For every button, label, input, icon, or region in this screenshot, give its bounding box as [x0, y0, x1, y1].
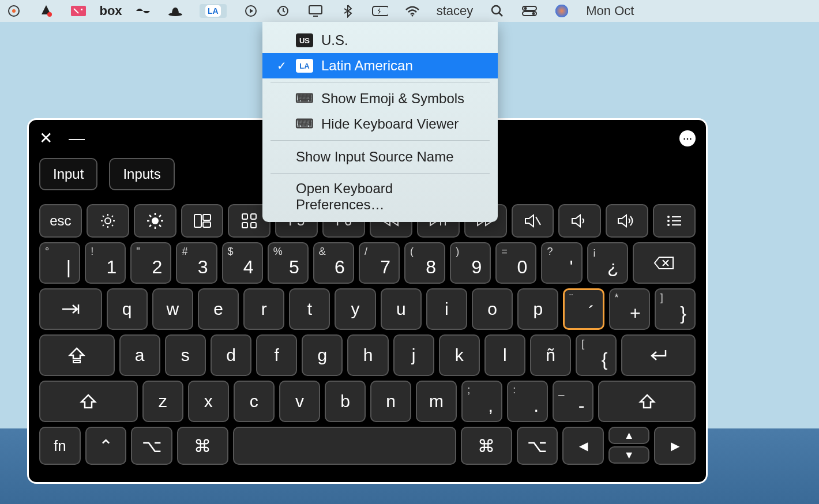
key-f[interactable]: f: [256, 334, 297, 376]
key-command-right[interactable]: ⌘: [461, 427, 512, 465]
key-list[interactable]: [653, 204, 696, 238]
key-dash[interactable]: _-: [553, 381, 593, 422]
key-brightness-up[interactable]: [134, 204, 176, 238]
menubar-app-icon-2[interactable]: [38, 3, 54, 19]
key-q[interactable]: q: [107, 288, 148, 330]
menubar-app-icon-3[interactable]: [70, 3, 87, 19]
key-volume-down[interactable]: [558, 204, 601, 238]
key-shift-left[interactable]: [39, 381, 138, 422]
show-input-source-name[interactable]: Show Input Source Name: [262, 144, 498, 170]
key-3[interactable]: #3: [176, 242, 217, 284]
key-s[interactable]: s: [165, 334, 206, 376]
key-a[interactable]: a: [119, 334, 160, 376]
key-5[interactable]: %5: [268, 242, 309, 284]
menubar-bluetooth-icon[interactable]: [340, 3, 356, 19]
key-'[interactable]: ?': [541, 242, 582, 284]
key-command-left[interactable]: ⌘: [177, 427, 228, 465]
key-6[interactable]: &6: [313, 242, 354, 284]
key-0[interactable]: =0: [495, 242, 536, 284]
menubar-wifi-icon[interactable]: [404, 3, 420, 19]
key-plus[interactable]: *+: [609, 288, 650, 330]
key-arrow-left[interactable]: ◀: [562, 427, 604, 465]
key-w[interactable]: w: [152, 288, 193, 330]
open-keyboard-preferences[interactable]: Open Keyboard Preferences…: [262, 177, 498, 216]
key-r[interactable]: r: [243, 288, 284, 330]
key-g[interactable]: g: [302, 334, 343, 376]
key-spacebar[interactable]: [233, 427, 456, 465]
key-comma[interactable]: ;,: [461, 381, 502, 422]
key-z[interactable]: z: [142, 381, 183, 422]
key-¿[interactable]: ¡¿: [587, 242, 628, 284]
menubar-play-icon[interactable]: [243, 3, 259, 19]
key-shift-right[interactable]: [598, 381, 696, 422]
key-arrow-right[interactable]: ▶: [654, 427, 696, 465]
key-i[interactable]: i: [426, 288, 467, 330]
key-tab[interactable]: [39, 288, 102, 330]
key-period[interactable]: :.: [507, 381, 548, 422]
key-fn[interactable]: fn: [39, 427, 81, 465]
key-b[interactable]: b: [325, 381, 366, 422]
key-p[interactable]: p: [517, 288, 558, 330]
key-m[interactable]: m: [416, 381, 457, 422]
key-option-right[interactable]: ⌥: [517, 427, 558, 465]
close-icon[interactable]: ✕: [39, 130, 52, 146]
key-accent[interactable]: ¨´: [563, 288, 604, 330]
key-v[interactable]: v: [279, 381, 320, 422]
key-y[interactable]: y: [335, 288, 375, 330]
input-source-latin-american[interactable]: ✓ LA Latin American: [262, 53, 498, 78]
key-mission-control[interactable]: [181, 204, 224, 238]
menubar-spotlight-icon[interactable]: [489, 3, 505, 19]
show-emoji-symbols[interactable]: ⌨ Show Emoji & Symbols: [262, 86, 498, 111]
key-t[interactable]: t: [289, 288, 330, 330]
key-return[interactable]: [621, 334, 696, 376]
menubar-app-icon-5[interactable]: [135, 3, 151, 19]
menubar-date[interactable]: Mon Oct: [586, 3, 634, 18]
key-brightness-down[interactable]: [87, 204, 129, 238]
key-esc[interactable]: esc: [39, 204, 82, 238]
key-volume-up[interactable]: [606, 204, 648, 238]
key-x[interactable]: x: [188, 381, 229, 422]
key-2[interactable]: "2: [130, 242, 171, 284]
menubar-box-icon[interactable]: box: [103, 3, 119, 19]
key-l[interactable]: l: [484, 334, 525, 376]
menubar-display-icon[interactable]: [307, 3, 324, 19]
key-control[interactable]: ⌃: [85, 427, 127, 465]
key-arrow-down[interactable]: ▼: [608, 446, 650, 464]
key-mute[interactable]: [512, 204, 554, 238]
key-brace-close[interactable]: ]}: [655, 288, 696, 330]
menubar-hat-icon[interactable]: [167, 3, 183, 19]
key-d[interactable]: d: [211, 334, 251, 376]
key-brace-open[interactable]: [{: [576, 334, 617, 376]
key-arrow-up[interactable]: ▲: [608, 427, 650, 444]
menubar-timemachine-icon[interactable]: [275, 3, 291, 19]
key-backspace[interactable]: [633, 242, 696, 284]
minimize-icon[interactable]: —: [69, 130, 85, 146]
input-source-us[interactable]: US U.S.: [262, 28, 498, 53]
key-c[interactable]: c: [234, 381, 275, 422]
key-u[interactable]: u: [381, 288, 422, 330]
menubar-input-source[interactable]: LA: [200, 4, 227, 18]
menubar-siri-icon[interactable]: [554, 3, 570, 19]
more-icon[interactable]: ⋯: [679, 130, 696, 146]
key-7[interactable]: /7: [359, 242, 400, 284]
key-|[interactable]: °|: [39, 242, 80, 284]
key-n[interactable]: n: [370, 381, 411, 422]
key-1[interactable]: !1: [85, 242, 126, 284]
key-capslock[interactable]: [39, 334, 115, 376]
suggestion-1[interactable]: Input: [39, 158, 97, 190]
key-ñ[interactable]: ñ: [530, 334, 571, 376]
key-4[interactable]: $4: [222, 242, 263, 284]
key-option-left[interactable]: ⌥: [131, 427, 172, 465]
menubar-app-icon-1[interactable]: [6, 3, 22, 19]
menubar-username[interactable]: stacey: [437, 3, 474, 18]
menubar-battery-icon[interactable]: [372, 3, 388, 19]
key-o[interactable]: o: [472, 288, 513, 330]
key-j[interactable]: j: [393, 334, 434, 376]
key-8[interactable]: (8: [404, 242, 445, 284]
suggestion-2[interactable]: Inputs: [109, 158, 174, 190]
hide-keyboard-viewer[interactable]: ⌨ Hide Keyboard Viewer: [262, 111, 498, 137]
key-e[interactable]: e: [198, 288, 239, 330]
key-k[interactable]: k: [439, 334, 480, 376]
menubar-control-center-icon[interactable]: [521, 3, 538, 19]
key-h[interactable]: h: [347, 334, 388, 376]
